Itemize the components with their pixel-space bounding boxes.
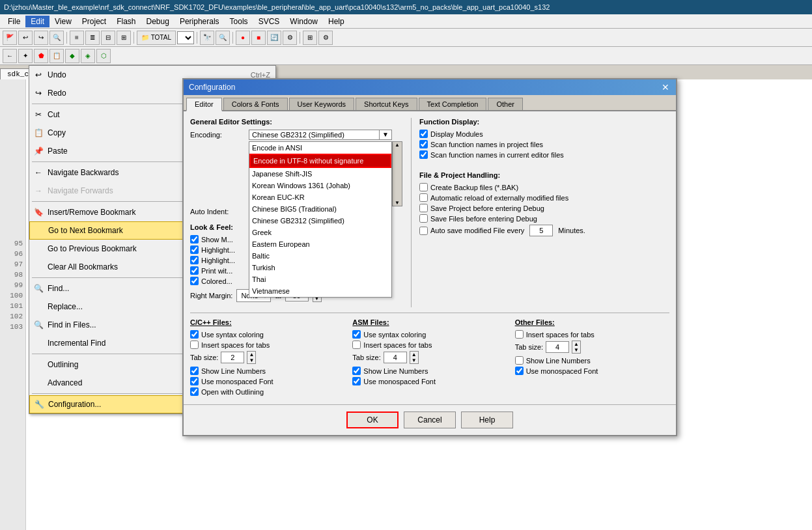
toolbar-btn-3[interactable]: ↪ [34, 31, 48, 45]
lf-colored-cb[interactable] [190, 277, 199, 285]
toolbar-btn-red[interactable]: ⬟ [34, 49, 48, 63]
tab-colors-fonts[interactable]: Colors & Fonts [223, 98, 288, 110]
fp-backup-cb[interactable] [419, 183, 428, 191]
toolbar-btn-extra[interactable]: ⚙ [283, 31, 297, 45]
menu-edit[interactable]: Edit [25, 16, 49, 27]
cpp-tab-size-input[interactable] [221, 352, 244, 363]
menu-file[interactable]: File [3, 16, 25, 27]
fp-save-files-debug-cb[interactable] [419, 214, 428, 223]
encoding-option-big5[interactable]: Chinese BIG5 (Traditional) [249, 203, 391, 215]
encoding-option-thai[interactable]: Thai [249, 273, 391, 285]
ok-button[interactable]: OK [346, 411, 399, 428]
toolbar-btn-settings2[interactable]: ⚙ [318, 31, 333, 45]
encoding-scroll-up[interactable]: ▲ [395, 142, 400, 148]
encoding-select-header[interactable]: Chinese GB2312 (Simplified) ▼ [249, 130, 392, 140]
asm-tab-size-spinner[interactable]: ▲▼ [410, 351, 419, 364]
encoding-option-baltic[interactable]: Baltic [249, 250, 391, 262]
other-tab-size-spinner[interactable]: ▲▼ [572, 341, 581, 354]
toolbar-select[interactable] [177, 31, 194, 44]
paste-label: Paste [48, 146, 68, 156]
menu-flash[interactable]: Flash [111, 16, 141, 27]
encoding-scroll-down[interactable]: ▼ [395, 200, 400, 206]
asm-show-line-nums-cb[interactable] [352, 367, 361, 375]
toolbar-btn-grid[interactable]: ⊞ [303, 31, 317, 45]
toolbar-btn-run[interactable]: ● [236, 31, 250, 45]
menu-view[interactable]: View [49, 16, 77, 27]
cpp-outlining-cb[interactable] [190, 387, 199, 396]
toolbar-btn-back[interactable]: ← [3, 49, 17, 63]
toolbar-btn-stop[interactable]: ■ [251, 31, 266, 45]
line-num [3, 207, 23, 217]
toolbar-btn-total[interactable]: 📁 TOTAL [137, 31, 176, 45]
menu-project[interactable]: Project [77, 16, 111, 27]
toolbar-btn-reset[interactable]: 🔄 [267, 31, 281, 45]
toolbar-btn-1[interactable]: 🚩 [3, 31, 17, 45]
tab-text-completion[interactable]: Text Completion [419, 98, 487, 110]
other-show-line-nums-cb[interactable] [515, 356, 524, 365]
other-mono-font-cb[interactable] [515, 367, 524, 375]
cpp-spaces-tabs-cb[interactable] [190, 341, 199, 349]
lf-highlight-2-cb[interactable] [190, 256, 199, 264]
cancel-button[interactable]: Cancel [404, 411, 456, 428]
fp-auto-save-cb[interactable] [419, 227, 428, 235]
encoding-dropdown-arrow[interactable]: ▼ [379, 130, 391, 139]
encoding-listbox[interactable]: Encode in ANSI Encode in UTF-8 without s… [249, 141, 392, 298]
encoding-option-greek[interactable]: Greek [249, 227, 391, 238]
fp-auto-reload-cb[interactable] [419, 193, 428, 202]
toolbar-btn-copy2[interactable]: 📋 [49, 49, 64, 63]
asm-tab-size-input[interactable] [384, 352, 407, 363]
asm-syntax-color-cb[interactable] [352, 330, 361, 339]
encoding-option-sjis[interactable]: Japanese Shift-JIS [249, 168, 391, 180]
toolbar-btn-green3[interactable]: ⬡ [96, 49, 111, 63]
tab-other[interactable]: Other [488, 98, 523, 110]
fd-display-modules-cb[interactable] [419, 130, 428, 138]
other-spaces-tabs-cb[interactable] [515, 330, 524, 339]
other-tab-size-input[interactable] [546, 341, 569, 353]
fp-auto-save-minutes-input[interactable] [529, 225, 553, 236]
cpp-show-line-nums-cb[interactable] [190, 367, 199, 375]
fd-scan-editor-cb[interactable] [419, 150, 428, 159]
encoding-option-keuc[interactable]: Korean EUC-KR [249, 191, 391, 203]
toolbar-btn-2[interactable]: ↩ [18, 31, 33, 45]
encoding-option-ansi[interactable]: Encode in ANSI [249, 142, 391, 154]
encoding-option-kw1361[interactable]: Korean Windows 1361 (Johab) [249, 180, 391, 191]
fp-save-project-debug-cb[interactable] [419, 204, 428, 212]
toolbar-btn-cursor[interactable]: ✦ [18, 49, 33, 63]
lf-print-wit-cb[interactable] [190, 266, 199, 275]
menu-peripherals[interactable]: Peripherals [175, 16, 225, 27]
cpp-syntax-color-cb[interactable] [190, 330, 199, 339]
menu-window[interactable]: Window [285, 16, 323, 27]
lf-highlight-1-cb[interactable] [190, 245, 199, 254]
menu-tools[interactable]: Tools [225, 16, 253, 27]
encoding-option-gb2312[interactable]: Chinese GB2312 (Simplified) [249, 215, 391, 227]
toolbar-btn-green2[interactable]: ◈ [81, 49, 95, 63]
menu-svcs[interactable]: SVCS [253, 16, 285, 27]
menu-debug[interactable]: Debug [141, 16, 175, 27]
cpp-tab-size-spinner[interactable]: ▲▼ [247, 351, 256, 364]
encoding-option-ee[interactable]: Eastern European [249, 238, 391, 250]
toolbar-btn-4[interactable]: 🔍 [49, 31, 64, 45]
toolbar-btn-5[interactable]: ≡ [70, 31, 84, 45]
cpp-mono-font-cb[interactable] [190, 377, 199, 385]
menu-help[interactable]: Help [323, 16, 350, 27]
toolbar-btn-zoom[interactable]: 🔭 [200, 31, 214, 45]
tab-shortcut-keys[interactable]: Shortcut Keys [356, 98, 417, 110]
toolbar-btn-search2[interactable]: 🔍 [216, 31, 230, 45]
dialog-close-button[interactable]: ✕ [660, 82, 671, 92]
tab-user-keywords[interactable]: User Keywords [289, 98, 355, 110]
toolbar-btn-8[interactable]: ⊞ [117, 31, 131, 45]
encoding-scrollbar[interactable]: ▲ ▼ [392, 141, 402, 206]
encoding-option-turkish[interactable]: Turkish [249, 262, 391, 273]
help-button[interactable]: Help [461, 411, 513, 428]
asm-tab-size-row: Tab size: ▲▼ [352, 351, 507, 364]
fd-scan-project-cb[interactable] [419, 140, 428, 148]
encoding-option-vietnamese[interactable]: Vietnamese [249, 285, 391, 297]
toolbar-btn-6[interactable]: ≣ [85, 31, 100, 45]
toolbar-btn-green1[interactable]: ◆ [65, 49, 79, 63]
encoding-option-utf8[interactable]: Encode in UTF-8 without signature [249, 154, 391, 168]
asm-spaces-tabs-cb[interactable] [352, 341, 361, 349]
asm-mono-font-cb[interactable] [352, 377, 361, 385]
tab-editor[interactable]: Editor [186, 98, 222, 111]
toolbar-btn-7[interactable]: ⊟ [101, 31, 115, 45]
lf-show-m-cb[interactable] [190, 235, 199, 244]
